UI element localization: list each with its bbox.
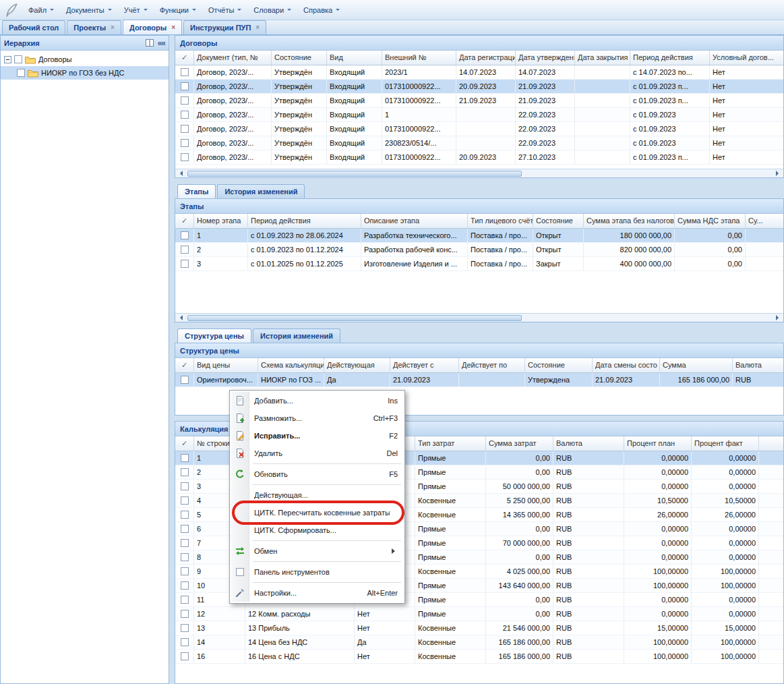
main-tab[interactable]: Рабочий стол × <box>2 20 65 34</box>
tree-checkbox[interactable] <box>14 55 22 63</box>
stages-row[interactable]: 2 с 01.09.2023 по 01.12.2024 Разработка … <box>175 243 783 257</box>
menubar-item[interactable]: Функции <box>154 3 202 17</box>
column-header[interactable]: Дата закрытия <box>575 51 630 65</box>
tree-checkbox[interactable] <box>17 69 25 77</box>
row-checkbox[interactable] <box>181 111 189 119</box>
menubar-item[interactable]: Учёт <box>119 3 153 17</box>
price-tab[interactable]: История изменений <box>253 329 340 343</box>
row-checkbox[interactable] <box>181 624 189 632</box>
column-header[interactable]: Су... <box>746 214 783 228</box>
contracts-row[interactable]: Договор, 2023/... Утверждён Входящий 202… <box>175 65 783 80</box>
row-checkbox[interactable] <box>181 581 189 590</box>
tab-close-icon[interactable]: × <box>255 24 260 31</box>
column-header[interactable]: Схема калькуляци <box>258 358 324 372</box>
contracts-row[interactable]: Договор, 2023/... Утверждён Входящий 1 2… <box>175 108 783 122</box>
menu-item-checkbox[interactable] <box>236 568 244 576</box>
row-checkbox[interactable] <box>181 260 189 268</box>
column-header[interactable]: Документ (тип, № <box>194 51 272 65</box>
column-header[interactable]: Сумма затрат <box>486 436 553 451</box>
row-checkbox[interactable] <box>181 454 189 462</box>
main-tab[interactable]: Договоры × <box>123 20 182 34</box>
row-checkbox[interactable] <box>181 652 189 660</box>
menubar-item[interactable]: Документы <box>61 3 117 17</box>
check-column-header[interactable]: ✓ <box>175 214 194 228</box>
context-menu-item[interactable]: Размножить... Ctrl+F3 <box>231 409 403 427</box>
column-header[interactable]: Период действия <box>630 51 710 65</box>
row-checkbox[interactable] <box>181 376 189 384</box>
calculation-row[interactable]: 14 14 Цена без НДС Да Косвенные 165 186 … <box>175 635 783 650</box>
main-tab[interactable]: Проекты × <box>67 20 121 34</box>
column-header[interactable]: Действующая <box>324 358 390 372</box>
row-checkbox[interactable] <box>181 153 189 161</box>
row-checkbox[interactable] <box>181 638 189 646</box>
context-menu-item[interactable]: Действующая... <box>231 486 403 504</box>
stages-tab[interactable]: Этапы <box>177 184 216 198</box>
row-checkbox[interactable] <box>181 482 189 490</box>
horizontal-splitter[interactable] <box>175 178 784 183</box>
column-header[interactable]: Дата регистрации <box>456 51 516 65</box>
menubar-item[interactable]: Файл <box>23 3 59 17</box>
contracts-row[interactable]: Договор, 2023/... Утверждён Входящий 017… <box>175 80 783 94</box>
scroll-left-icon[interactable] <box>175 314 186 322</box>
menubar-item[interactable]: Отчёты <box>203 3 247 17</box>
column-header[interactable]: Условный догов... <box>710 51 784 65</box>
tree-node-child[interactable]: НИОКР по ГОЗ без НДС <box>1 66 169 80</box>
row-checkbox[interactable] <box>181 525 189 533</box>
stages-row[interactable]: 1 с 01.09.2023 по 28.06.2024 Разработка … <box>175 229 783 243</box>
row-checkbox[interactable] <box>181 553 189 561</box>
contracts-horizontal-scrollbar[interactable] <box>175 169 783 177</box>
context-menu-item[interactable]: Исправить... F2 <box>231 427 403 445</box>
scroll-right-icon[interactable] <box>773 169 783 177</box>
context-menu-item[interactable]: Добавить... Ins <box>231 392 403 409</box>
row-checkbox[interactable] <box>181 468 189 476</box>
column-header[interactable]: Вид цены <box>194 358 258 372</box>
column-header[interactable]: Номер этапа <box>194 214 248 228</box>
column-header[interactable]: Валюта <box>733 358 784 372</box>
calculation-row[interactable]: 16 16 Цена с НДС Нет Косвенные 165 186 0… <box>175 650 783 664</box>
row-checkbox[interactable] <box>181 246 189 254</box>
column-header[interactable]: Сумма <box>660 358 733 372</box>
tree-expander-icon[interactable] <box>4 56 11 63</box>
row-checkbox[interactable] <box>181 82 189 90</box>
stages-tab[interactable]: История изменений <box>217 184 305 198</box>
context-menu-item[interactable]: ЦИТК. Пересчитать косвенные затраты... <box>231 504 403 521</box>
column-header[interactable]: Сумма этапа без налогов <box>584 214 675 228</box>
scroll-left-icon[interactable] <box>175 169 186 177</box>
column-header[interactable]: Тип затрат <box>415 436 486 451</box>
context-menu-item[interactable]: Удалить Del <box>231 445 403 462</box>
column-header[interactable]: Сумма НДС этапа <box>675 214 746 228</box>
column-header[interactable]: Дата утверждения <box>516 51 575 65</box>
context-menu-item[interactable]: Обновить F5 <box>231 465 403 483</box>
context-menu-item[interactable]: Настройки... Alt+Enter <box>231 584 403 602</box>
row-checkbox[interactable] <box>181 496 189 505</box>
column-header[interactable]: Внешний № <box>382 51 456 65</box>
column-header[interactable]: Период действия <box>248 214 361 228</box>
row-checkbox[interactable] <box>181 68 189 76</box>
row-checkbox[interactable] <box>181 231 189 239</box>
grid-icon[interactable] <box>146 39 154 47</box>
scroll-right-icon[interactable] <box>773 314 783 322</box>
column-header[interactable]: Действует с <box>390 358 459 372</box>
collapse-left-icon[interactable]: «« <box>158 39 165 47</box>
contracts-row[interactable]: Договор, 2023/... Утверждён Входящий 017… <box>175 150 783 165</box>
stages-row[interactable]: 3 с 01.01.2025 по 01.12.2025 Изготовлени… <box>175 257 783 271</box>
column-header[interactable]: Процент план <box>624 436 692 451</box>
price-tab[interactable]: Структура цены <box>177 329 251 343</box>
calculation-row[interactable]: 13 13 Прибыль Нет Косвенные 21 546 000,0… <box>175 621 783 635</box>
menubar-item[interactable]: Словари <box>248 3 297 17</box>
tree-node-root[interactable]: Договоры <box>1 53 169 66</box>
column-header[interactable]: Состояние <box>525 358 593 372</box>
context-menu-item[interactable]: Обмен <box>231 542 403 560</box>
calculation-row[interactable]: 12 12 Комм. расходы Нет Прямые 0,00 RUB … <box>175 607 783 621</box>
column-header[interactable]: Процент факт <box>692 436 759 451</box>
row-checkbox[interactable] <box>181 567 189 575</box>
column-header[interactable]: Состояние <box>533 214 584 228</box>
contracts-row[interactable]: Договор, 2023/... Утверждён Входящий 230… <box>175 136 783 150</box>
contracts-row[interactable]: Договор, 2023/... Утверждён Входящий 017… <box>175 94 783 108</box>
horizontal-splitter[interactable] <box>175 322 784 328</box>
row-checkbox[interactable] <box>181 511 189 519</box>
column-header[interactable]: Вид <box>327 51 382 65</box>
menubar-item[interactable]: Справка <box>298 3 345 17</box>
scrollbar-thumb[interactable] <box>187 171 522 177</box>
column-header[interactable]: Описание этапа <box>361 214 468 228</box>
